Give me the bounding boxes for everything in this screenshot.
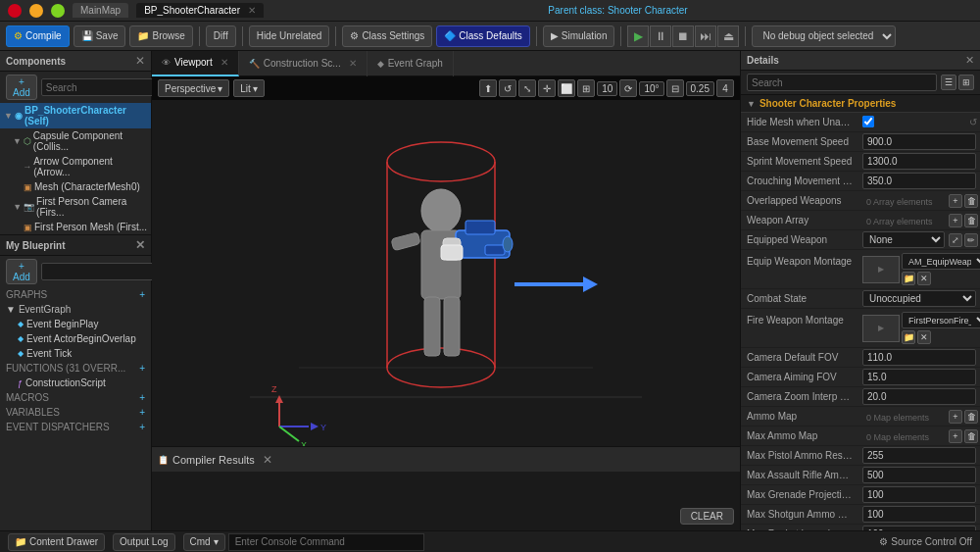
prop-sprint-speed-input[interactable] bbox=[862, 153, 976, 170]
compile-button[interactable]: ⚙ Compile bbox=[6, 25, 70, 47]
skip-button[interactable]: ⏭ bbox=[695, 25, 716, 47]
bp-dispatchers-add[interactable]: + bbox=[139, 422, 145, 432]
prop-crouch-speed-input[interactable] bbox=[862, 173, 976, 189]
equip-montage-clear[interactable]: ✕ bbox=[917, 272, 931, 285]
play-button[interactable]: ▶ bbox=[627, 25, 649, 47]
bp-dispatchers-section[interactable]: EVENT DISPATCHERS + bbox=[0, 420, 151, 434]
tab-construction-close[interactable]: ✕ bbox=[349, 58, 357, 69]
class-defaults-button[interactable]: 🔷 Class Defaults bbox=[436, 25, 529, 47]
prop-aim-fov-input[interactable] bbox=[862, 369, 976, 385]
details-grid-icon[interactable]: ⊞ bbox=[958, 75, 974, 90]
fire-montage-clear[interactable]: ✕ bbox=[917, 330, 931, 344]
scale-snap[interactable]: ⊟ bbox=[666, 79, 684, 97]
bp-functions-add[interactable]: + bbox=[139, 363, 145, 374]
components-close[interactable]: ✕ bbox=[135, 54, 145, 68]
equip-montage-select[interactable]: AM_EquipWeapon bbox=[902, 253, 980, 270]
prop-base-speed-input[interactable] bbox=[862, 133, 976, 150]
prop-max-grenade-input[interactable] bbox=[862, 486, 976, 503]
console-input[interactable] bbox=[228, 533, 424, 551]
compiler-close[interactable]: ✕ bbox=[263, 453, 272, 467]
bp-construction-script[interactable]: ƒ ConstructionScript bbox=[0, 376, 151, 390]
content-drawer-button[interactable]: 📁 Content Drawer bbox=[8, 533, 105, 551]
scale-value[interactable]: 0.25 bbox=[686, 81, 714, 96]
close-btn[interactable] bbox=[8, 4, 22, 18]
bp-event-beginplay[interactable]: ◆ Event BeginPlay bbox=[0, 317, 151, 331]
cursor-tool[interactable]: ⬆ bbox=[479, 79, 497, 97]
prop-hide-mesh-checkbox[interactable] bbox=[862, 116, 874, 127]
tree-item-fpsmesh[interactable]: ▣ First Person Mesh (First... bbox=[0, 220, 151, 234]
grid-value[interactable]: 10 bbox=[597, 81, 617, 96]
fire-montage-browse[interactable]: 📁 bbox=[902, 330, 915, 344]
source-control[interactable]: ⚙ Source Control Off bbox=[879, 536, 972, 547]
tab-bpshooter[interactable]: BP_ShooterCharacter ✕ bbox=[136, 3, 264, 18]
tab-viewport-close[interactable]: ✕ bbox=[220, 57, 228, 68]
tree-item-camera[interactable]: ▼ 📷 First Person Camera (Firs... bbox=[0, 194, 151, 220]
tree-item-arrow[interactable]: → Arrow Component (Arrow... bbox=[0, 154, 151, 179]
prop-max-ar-input[interactable] bbox=[862, 467, 976, 483]
angle-value[interactable]: 10° bbox=[639, 81, 663, 96]
details-list-icon[interactable]: ☰ bbox=[941, 75, 956, 90]
tab-construction[interactable]: 🔨 Construction Sc... ✕ bbox=[239, 51, 368, 76]
prop-equipped-weapon-select[interactable]: None bbox=[862, 231, 945, 248]
maximize-btn[interactable] bbox=[51, 4, 65, 18]
prop-weapon-array-del[interactable]: 🗑 bbox=[964, 214, 978, 227]
minimize-btn[interactable] bbox=[29, 4, 43, 18]
stop-button[interactable]: ⏹ bbox=[672, 25, 694, 47]
tree-item-root[interactable]: ▼ ◉ BP_ShooterCharacter (Self) bbox=[0, 103, 151, 128]
prop-zoom-interp-input[interactable] bbox=[862, 388, 976, 405]
bp-macros-section[interactable]: MACROS + bbox=[0, 390, 151, 405]
bp-macros-add[interactable]: + bbox=[139, 392, 145, 403]
prop-equipped-edit[interactable]: ✏ bbox=[964, 233, 978, 247]
output-log-button[interactable]: Output Log bbox=[113, 533, 174, 551]
cam-btn[interactable]: 4 bbox=[716, 79, 734, 97]
prop-max-rocket-input[interactable] bbox=[862, 526, 976, 530]
bp-functions-section[interactable]: FUNCTIONS (31 OVERR... + bbox=[0, 361, 151, 376]
cmd-label[interactable]: Cmd ▾ bbox=[183, 533, 225, 551]
prop-max-pistol-input[interactable] bbox=[862, 447, 976, 464]
mybp-close[interactable]: ✕ bbox=[135, 238, 145, 252]
move-tool[interactable]: ✛ bbox=[538, 79, 556, 97]
hide-unrelated-button[interactable]: Hide Unrelated bbox=[249, 25, 330, 47]
class-settings-button[interactable]: ⚙ Class Settings bbox=[342, 25, 432, 47]
debug-select[interactable]: No debug object selected bbox=[752, 25, 896, 47]
bp-graphs-add[interactable]: + bbox=[139, 289, 145, 300]
tab-bpshooter-close[interactable]: ✕ bbox=[248, 5, 256, 16]
prop-cam-fov-input[interactable] bbox=[862, 349, 976, 366]
bp-eventgraph[interactable]: ▼ EventGraph bbox=[0, 302, 151, 317]
shooter-props-section[interactable]: ▼ Shooter Character Properties bbox=[741, 95, 980, 113]
bp-event-tick[interactable]: ◆ Event Tick bbox=[0, 346, 151, 361]
lit-button[interactable]: Lit ▾ bbox=[233, 79, 265, 97]
surface-tool[interactable]: ⬜ bbox=[558, 79, 575, 97]
equip-montage-browse[interactable]: 📁 bbox=[902, 272, 915, 285]
save-button[interactable]: 💾 Save bbox=[74, 25, 126, 47]
prop-hide-mesh-reset[interactable]: ↺ bbox=[966, 116, 980, 129]
scale-tool[interactable]: ⤡ bbox=[518, 79, 536, 97]
browse-button[interactable]: 📁 Browse bbox=[129, 25, 192, 47]
eject-button[interactable]: ⏏ bbox=[717, 25, 739, 47]
tree-item-mesh[interactable]: ▣ Mesh (CharacterMesh0) bbox=[0, 179, 151, 194]
clear-button[interactable]: CLEAR bbox=[680, 508, 734, 525]
tab-viewport[interactable]: 👁 Viewport ✕ bbox=[152, 51, 239, 76]
tree-item-capsule[interactable]: ▼ ⬡ Capsule Component (Collis... bbox=[0, 128, 151, 154]
bp-graphs-section[interactable]: GRAPHS + bbox=[0, 287, 151, 302]
details-close[interactable]: ✕ bbox=[965, 54, 974, 67]
prop-weapon-array-add[interactable]: + bbox=[949, 214, 962, 227]
mybp-add-button[interactable]: + Add bbox=[6, 259, 37, 284]
prop-combat-select[interactable]: Unoccupied bbox=[862, 290, 976, 307]
perspective-button[interactable]: Perspective ▾ bbox=[158, 79, 229, 97]
prop-overlapped-add[interactable]: + bbox=[949, 194, 962, 208]
bp-event-actoroverlap[interactable]: ◆ Event ActorBeginOverlap bbox=[0, 331, 151, 346]
bp-variables-section[interactable]: VARIABLES + bbox=[0, 405, 151, 420]
components-add-button[interactable]: + Add bbox=[6, 75, 37, 100]
prop-ammo-map-del[interactable]: 🗑 bbox=[964, 410, 978, 424]
tab-eventgraph[interactable]: ◆ Event Graph bbox=[368, 51, 454, 76]
rotate-tool[interactable]: ↺ bbox=[499, 79, 516, 97]
details-search-input[interactable] bbox=[747, 74, 937, 91]
pause-button[interactable]: ⏸ bbox=[650, 25, 671, 47]
prop-ammo-map-add[interactable]: + bbox=[949, 410, 962, 424]
rotate-snap[interactable]: ⟳ bbox=[619, 79, 637, 97]
details-scroll[interactable]: ▼ Shooter Character Properties Hide Mesh… bbox=[741, 95, 980, 530]
prop-max-ammo-add[interactable]: + bbox=[949, 429, 962, 443]
prop-max-ammo-del[interactable]: 🗑 bbox=[964, 429, 978, 443]
bp-variables-add[interactable]: + bbox=[139, 407, 145, 418]
